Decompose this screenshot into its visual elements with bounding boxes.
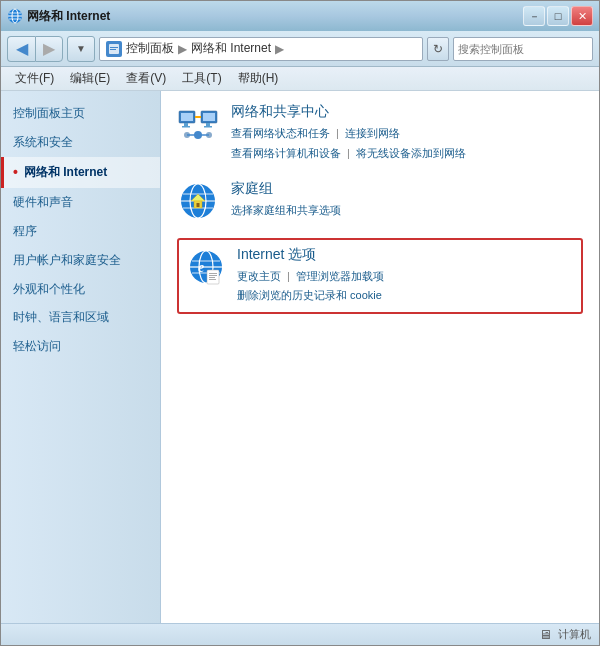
link-sep-1: | (336, 127, 339, 139)
breadcrumb-bar: 控制面板 ▶ 网络和 Internet ▶ (99, 37, 423, 61)
sidebar-item-clock[interactable]: 时钟、语言和区域 (1, 303, 160, 332)
sidebar-item-network-label: 网络和 Internet (24, 164, 107, 181)
sidebar-item-home-label: 控制面板主页 (13, 105, 85, 122)
internet-options-icon: e (185, 246, 227, 288)
sidebar-item-users[interactable]: 用户帐户和家庭安全 (1, 246, 160, 275)
link-view-status[interactable]: 查看网络状态和任务 (231, 127, 330, 139)
status-text: 计算机 (558, 627, 591, 642)
svg-text:e: e (198, 260, 204, 275)
section-homegroup: 家庭组 选择家庭组和共享选项 (177, 180, 583, 222)
homegroup-title[interactable]: 家庭组 (231, 180, 341, 198)
link-manage-addons[interactable]: 管理浏览器加载项 (296, 270, 384, 282)
main-window: 网络和 Internet － □ ✕ ◀ ▶ ▼ 控制面板 ▶ 网络和 Inte… (0, 0, 600, 646)
link-view-computers[interactable]: 查看网络计算机和设备 (231, 147, 341, 159)
breadcrumb-sep-2: ▶ (275, 42, 284, 56)
minimize-button[interactable]: － (523, 6, 545, 26)
sidebar-item-accessibility-label: 轻松访问 (13, 338, 61, 355)
address-bar: ◀ ▶ ▼ 控制面板 ▶ 网络和 Internet ▶ ↻ 🔍 (1, 31, 599, 67)
nav-buttons: ◀ ▶ (7, 36, 63, 62)
svg-rect-38 (209, 275, 217, 276)
breadcrumb-sep-1: ▶ (178, 42, 187, 56)
svg-rect-14 (206, 123, 210, 126)
window-icon (7, 8, 23, 24)
menu-tools[interactable]: 工具(T) (176, 68, 227, 89)
menu-bar: 文件(F) 编辑(E) 查看(V) 工具(T) 帮助(H) (1, 67, 599, 91)
recent-pages-button[interactable]: ▼ (67, 36, 95, 62)
network-sharing-links: 查看网络状态和任务 | 连接到网络 查看网络计算机和设备 | 将无线设备添加到网… (231, 124, 466, 164)
homegroup-links: 选择家庭组和共享选项 (231, 201, 341, 221)
link-homegroup-options[interactable]: 选择家庭组和共享选项 (231, 204, 341, 216)
menu-edit[interactable]: 编辑(E) (64, 68, 116, 89)
title-controls: － □ ✕ (523, 6, 593, 26)
breadcrumb-root[interactable]: 控制面板 (126, 40, 174, 57)
svg-rect-9 (181, 113, 193, 121)
ie-icon-svg: e (187, 248, 225, 286)
sidebar-item-hardware[interactable]: 硬件和声音 (1, 188, 160, 217)
link-delete-history[interactable]: 删除浏览的历史记录和 cookie (237, 289, 382, 301)
internet-options-title[interactable]: Internet 选项 (237, 246, 384, 264)
title-bar: 网络和 Internet － □ ✕ (1, 1, 599, 31)
content-area: 网络和共享中心 查看网络状态和任务 | 连接到网络 查看网络计算机和设备 | 将… (161, 91, 599, 623)
link-change-homepage[interactable]: 更改主页 (237, 270, 281, 282)
status-right: 🖥 计算机 (539, 627, 591, 642)
sidebar-item-accessibility[interactable]: 轻松访问 (1, 332, 160, 361)
svg-rect-37 (209, 273, 217, 274)
internet-options-content: Internet 选项 更改主页 | 管理浏览器加载项 删除浏览的历史记录和 c… (237, 246, 384, 307)
sidebar-item-programs-label: 程序 (13, 223, 37, 240)
sidebar-item-clock-label: 时钟、语言和区域 (13, 309, 109, 326)
svg-rect-40 (209, 279, 216, 280)
network-sharing-title[interactable]: 网络和共享中心 (231, 103, 466, 121)
sidebar-item-appearance-label: 外观和个性化 (13, 281, 85, 298)
refresh-button[interactable]: ↻ (427, 37, 449, 61)
sidebar-item-home[interactable]: 控制面板主页 (1, 99, 160, 128)
section-network-sharing: 网络和共享中心 查看网络状态和任务 | 连接到网络 查看网络计算机和设备 | 将… (177, 103, 583, 164)
breadcrumb-current[interactable]: 网络和 Internet (191, 40, 271, 57)
sidebar-item-hardware-label: 硬件和声音 (13, 194, 73, 211)
homegroup-content: 家庭组 选择家庭组和共享选项 (231, 180, 341, 221)
link-sep-3: | (287, 270, 290, 282)
section-internet-options: e Internet 选项 更改主页 (177, 238, 583, 315)
sidebar-item-network[interactable]: • 网络和 Internet (1, 157, 160, 189)
forward-button[interactable]: ▶ (35, 36, 63, 62)
sidebar-bullet: • (13, 163, 18, 183)
menu-help[interactable]: 帮助(H) (232, 68, 285, 89)
search-input[interactable] (454, 38, 600, 60)
menu-view[interactable]: 查看(V) (120, 68, 172, 89)
back-button[interactable]: ◀ (7, 36, 35, 62)
svg-rect-15 (204, 126, 212, 128)
svg-rect-6 (110, 47, 118, 48)
svg-rect-10 (184, 123, 188, 126)
svg-rect-11 (182, 126, 190, 128)
status-bar: 🖥 计算机 (1, 623, 599, 645)
link-add-wireless[interactable]: 将无线设备添加到网络 (356, 147, 466, 159)
network-sharing-content: 网络和共享中心 查看网络状态和任务 | 连接到网络 查看网络计算机和设备 | 将… (231, 103, 466, 164)
homegroup-icon-svg (178, 181, 218, 221)
svg-rect-13 (203, 113, 215, 121)
title-bar-left: 网络和 Internet (7, 8, 110, 25)
svg-rect-39 (209, 277, 215, 278)
sidebar-item-system-label: 系统和安全 (13, 134, 73, 151)
network-icon-svg (177, 103, 219, 145)
homegroup-icon (177, 180, 219, 222)
computer-icon: 🖥 (539, 627, 552, 642)
sidebar-item-system[interactable]: 系统和安全 (1, 128, 160, 157)
link-sep-2: | (347, 147, 350, 159)
sidebar-item-appearance[interactable]: 外观和个性化 (1, 275, 160, 304)
search-bar: 🔍 (453, 37, 593, 61)
maximize-button[interactable]: □ (547, 6, 569, 26)
sidebar-item-programs[interactable]: 程序 (1, 217, 160, 246)
network-sharing-icon (177, 103, 219, 145)
breadcrumb-icon (106, 41, 122, 57)
close-button[interactable]: ✕ (571, 6, 593, 26)
main-content: 控制面板主页 系统和安全 • 网络和 Internet 硬件和声音 程序 用户帐… (1, 91, 599, 623)
sidebar: 控制面板主页 系统和安全 • 网络和 Internet 硬件和声音 程序 用户帐… (1, 91, 161, 623)
sidebar-item-users-label: 用户帐户和家庭安全 (13, 252, 121, 269)
menu-file[interactable]: 文件(F) (9, 68, 60, 89)
svg-rect-29 (197, 203, 200, 207)
internet-options-links: 更改主页 | 管理浏览器加载项 删除浏览的历史记录和 cookie (237, 267, 384, 307)
svg-rect-7 (110, 49, 116, 50)
link-connect-network[interactable]: 连接到网络 (345, 127, 400, 139)
window-title: 网络和 Internet (27, 8, 110, 25)
